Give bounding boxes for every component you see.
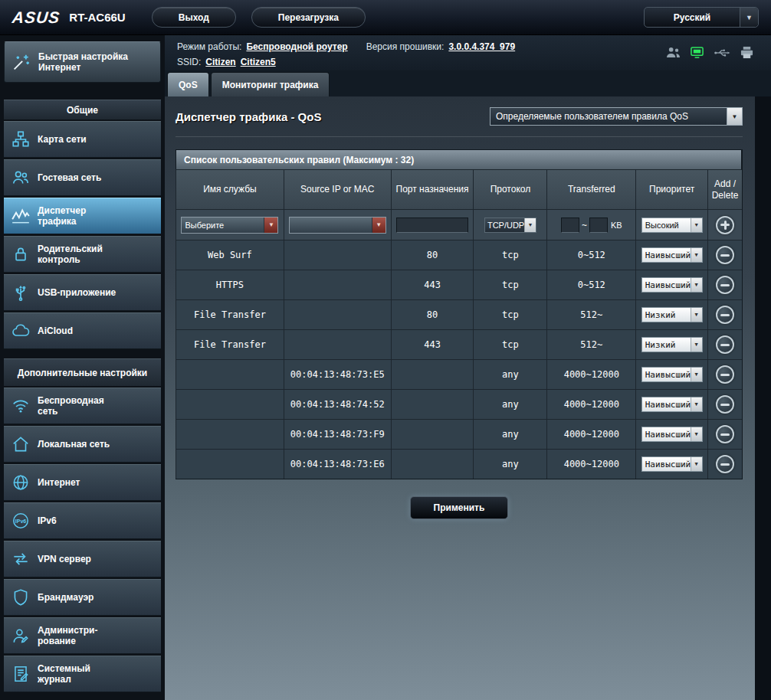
delete-rule-button[interactable]: [716, 335, 734, 354]
priority-select[interactable]: Наивысший▼: [641, 367, 703, 382]
priority-select[interactable]: Наивысший▼: [641, 456, 703, 472]
priority-select[interactable]: Наивысший▼: [641, 397, 703, 412]
kb-unit-label: KB: [611, 221, 622, 230]
reboot-button[interactable]: Перезагрузка: [251, 7, 366, 28]
delete-rule-button[interactable]: [716, 306, 734, 324]
sidebar-item-system-log[interactable]: Системный журнал: [4, 656, 161, 692]
sidebar-item-wireless[interactable]: Беспроводная сеть: [4, 388, 161, 424]
firmware-label: Версия прошивки:: [366, 41, 445, 52]
language-select[interactable]: Русский ▼: [644, 7, 759, 28]
quick-setup-label: Быстрая настройка Интернет: [38, 51, 139, 73]
priority-select[interactable]: Низкий▼: [641, 307, 703, 322]
printer-icon[interactable]: [740, 46, 754, 59]
port-cell: 80: [391, 240, 474, 270]
protocol-select[interactable]: TCP/UDP ▼: [484, 218, 536, 233]
chevron-down-icon[interactable]: ▼: [372, 218, 386, 233]
service-name-select[interactable]: Выберите ▼: [181, 217, 278, 234]
col-transferred: Transferred: [546, 169, 635, 209]
wired-clients-icon[interactable]: [690, 46, 704, 59]
chevron-down-icon[interactable]: ▼: [691, 457, 702, 471]
wifi-icon: [8, 396, 33, 416]
sidebar-item-label: Родительский контроль: [38, 244, 122, 265]
add-rule-row: Выберите ▼ ▼: [176, 209, 742, 240]
add-rule-button[interactable]: [716, 216, 734, 234]
protocol-cell: tcp: [473, 270, 546, 299]
priority-select[interactable]: Наивысший▼: [641, 427, 703, 442]
chevron-down-icon[interactable]: ▼: [691, 397, 702, 411]
source-ip-mac-select[interactable]: ▼: [289, 217, 386, 234]
firmware-link[interactable]: 3.0.0.4.374_979: [448, 41, 515, 52]
chevron-down-icon[interactable]: ▼: [691, 338, 702, 352]
chevron-down-icon[interactable]: ▼: [740, 8, 758, 27]
chevron-down-icon[interactable]: ▼: [691, 308, 702, 322]
chevron-down-icon[interactable]: ▼: [524, 218, 536, 232]
priority-select[interactable]: Наивысший▼: [641, 277, 703, 293]
clients-icon[interactable]: [666, 46, 681, 59]
qos-rule-row: File Transfer 80 tcp 512~ Низкий▼: [176, 299, 742, 329]
ssid-link-2[interactable]: Citizen5: [241, 57, 276, 67]
transferred-max-input[interactable]: [589, 218, 608, 233]
mode-link[interactable]: Беспроводной роутер: [246, 41, 347, 52]
delete-rule-button[interactable]: [716, 276, 734, 294]
source-cell: [284, 270, 391, 299]
sidebar-item-aicloud[interactable]: AiCloud: [4, 312, 161, 349]
sidebar-item-administration[interactable]: Администри-рование: [4, 617, 161, 654]
source-cell: 00:04:13:48:73:F9: [284, 419, 391, 449]
chevron-down-icon[interactable]: ▼: [264, 218, 277, 233]
apply-button[interactable]: Применить: [410, 496, 509, 519]
sidebar-item-ipv6[interactable]: IPv6 IPv6: [4, 502, 161, 539]
chevron-down-icon[interactable]: ▼: [691, 248, 702, 262]
priority-cell: Высокий ▼: [635, 209, 707, 240]
sidebar-item-parental-control[interactable]: Родительский контроль: [4, 236, 161, 273]
top-bar: ASUS RT-AC66U Выход Перезагрузка Русский…: [0, 0, 771, 35]
protocol-select-value: TCP/UDP: [485, 221, 524, 230]
chevron-down-icon[interactable]: ▼: [691, 427, 702, 441]
priority-cell: Низкий▼: [635, 299, 707, 329]
sidebar-item-label: Интернет: [38, 477, 122, 488]
sidebar-item-label: Беспроводная сеть: [38, 395, 122, 417]
destination-port-input[interactable]: [396, 218, 468, 233]
sidebar-item-firewall[interactable]: Брандмауэр: [4, 579, 161, 616]
delete-rule-button[interactable]: [716, 395, 734, 414]
add-cell: [707, 209, 742, 240]
delete-rule-button[interactable]: [716, 365, 734, 384]
transferred-cell: 4000~12000: [546, 419, 635, 449]
sidebar-item-guest-network[interactable]: Гостевая сеть: [4, 159, 161, 196]
delete-rule-button[interactable]: [716, 455, 734, 473]
tab-traffic-monitor[interactable]: Мониторинг трафика: [211, 72, 330, 96]
chevron-down-icon[interactable]: ▼: [691, 218, 702, 232]
delete-rule-button[interactable]: [716, 246, 734, 264]
shield-icon: [8, 587, 33, 607]
sidebar-item-wan[interactable]: Интернет: [4, 464, 161, 501]
qos-rule-row: Web Surf 80 tcp 0~512 Наивысший▼: [176, 240, 742, 270]
sidebar-item-usb-application[interactable]: USB-приложение: [4, 274, 161, 311]
delete-rule-button[interactable]: [716, 425, 734, 443]
port-cell: 80: [391, 299, 474, 329]
sidebar-item-lan[interactable]: Локальная сеть: [4, 426, 161, 463]
chevron-down-icon[interactable]: ▼: [691, 368, 702, 381]
source-cell: [284, 329, 391, 359]
port-cell: 443: [391, 270, 474, 299]
logout-button[interactable]: Выход: [152, 7, 236, 28]
sidebar-item-vpn-server[interactable]: VPN сервер: [4, 541, 161, 577]
chevron-down-icon[interactable]: ▼: [727, 108, 742, 125]
qos-rules-select[interactable]: Определяемые пользователем правила QoS ▼: [490, 107, 743, 126]
guest-network-icon: [8, 168, 33, 188]
asus-logo: ASUS: [11, 8, 61, 27]
sidebar-item-network-map[interactable]: Карта сети: [4, 121, 161, 158]
priority-cell: Наивысший▼: [635, 240, 707, 270]
sidebar-quick-setup[interactable]: Быстрая настройка Интернет: [4, 41, 161, 83]
chevron-down-icon[interactable]: ▼: [691, 278, 702, 292]
usb-device-icon[interactable]: [714, 47, 730, 58]
router-admin-page: ASUS RT-AC66U Выход Перезагрузка Русский…: [0, 0, 771, 700]
transferred-min-input[interactable]: [561, 218, 579, 233]
vpn-arrows-icon: [8, 549, 33, 569]
ssid-link-1[interactable]: Citizen: [205, 57, 235, 67]
tab-qos[interactable]: QoS: [167, 72, 209, 96]
priority-select[interactable]: Высокий ▼: [641, 218, 703, 233]
priority-select[interactable]: Наивысший▼: [641, 247, 703, 263]
qos-rules-select-value: Определяемые пользователем правила QoS: [490, 111, 727, 122]
priority-select[interactable]: Низкий▼: [641, 337, 703, 352]
priority-select-value: Наивысший: [642, 370, 691, 380]
sidebar-item-traffic-manager[interactable]: Диспетчер трафика: [4, 198, 161, 234]
